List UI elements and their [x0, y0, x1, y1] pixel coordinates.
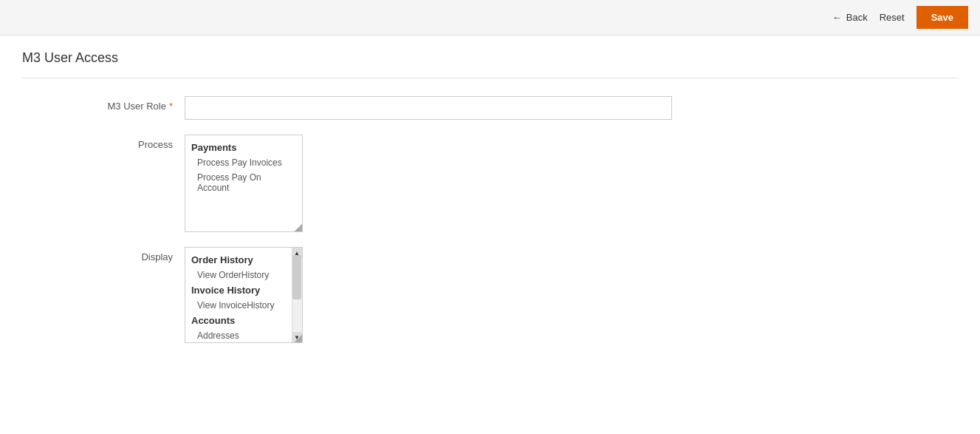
- scrollbar-thumb[interactable]: [292, 255, 301, 299]
- back-button[interactable]: ← Back: [832, 12, 868, 23]
- back-arrow-icon: ←: [832, 12, 842, 23]
- display-item-view-order-history[interactable]: View OrderHistory: [185, 268, 292, 282]
- display-select-box[interactable]: Order History View OrderHistory Invoice …: [185, 247, 303, 343]
- page-content: M3 User Access M3 User Role* Process Pay…: [0, 35, 980, 434]
- display-row: Display Order History View OrderHistory …: [22, 247, 958, 343]
- back-label: Back: [846, 12, 868, 23]
- process-select-content: Payments Process Pay Invoices Process Pa…: [185, 135, 302, 231]
- page-title: M3 User Access: [22, 50, 958, 66]
- process-row: Process Payments Process Pay Invoices Pr…: [22, 135, 958, 232]
- process-label: Process: [22, 135, 185, 150]
- divider: [22, 78, 958, 78]
- process-item-pay-invoices[interactable]: Process Pay Invoices: [185, 155, 302, 170]
- required-indicator: *: [169, 101, 173, 112]
- scrollbar-track[interactable]: ▲ ▼: [292, 248, 302, 342]
- user-role-label: M3 User Role*: [22, 96, 185, 112]
- process-item-pay-on-account[interactable]: Process Pay On Account: [185, 170, 302, 195]
- save-button[interactable]: Save: [916, 6, 968, 29]
- display-group-invoice-history: Invoice History: [185, 282, 292, 298]
- process-group-payments: Payments: [185, 140, 302, 155]
- user-role-input[interactable]: [185, 96, 672, 120]
- display-label: Display: [22, 247, 185, 262]
- user-role-row: M3 User Role*: [22, 96, 958, 120]
- reset-button[interactable]: Reset: [880, 12, 905, 23]
- top-bar: ← Back Reset Save: [0, 0, 980, 35]
- display-item-view-invoice-history[interactable]: View InvoiceHistory: [185, 298, 292, 313]
- display-select-content: Order History View OrderHistory Invoice …: [185, 248, 302, 343]
- display-group-accounts: Accounts: [185, 313, 292, 328]
- display-group-order-history: Order History: [185, 252, 292, 268]
- process-select-box[interactable]: Payments Process Pay Invoices Process Pa…: [185, 135, 303, 232]
- display-item-addresses[interactable]: Addresses: [185, 328, 292, 343]
- display-resize-handle[interactable]: [295, 335, 302, 342]
- resize-handle[interactable]: [295, 224, 302, 231]
